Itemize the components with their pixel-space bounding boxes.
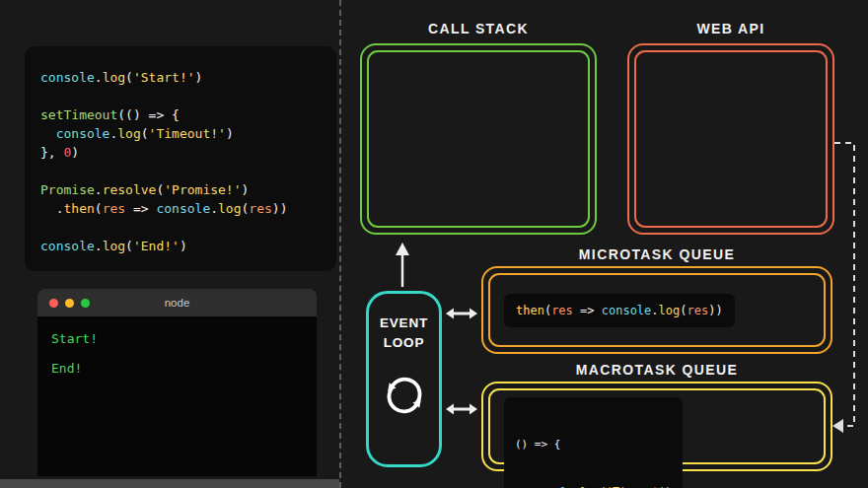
loop-cycle-icon [378,369,431,422]
terminal-window: node Start! End! [37,289,317,476]
bottom-edge-strip [0,479,339,488]
microtask-code-chip: then(res => console.log(res)) [504,294,735,327]
terminal-output: Start! End! [37,316,317,476]
event-loop-label-bottom: LOOP [384,333,424,353]
call-stack-box [360,43,597,235]
event-loop-label-top: EVENT [380,314,428,333]
code-line [40,87,336,105]
dashed-divider [339,0,341,488]
macrotask-code-chip: () => { console.log('Timeout') } [504,397,683,488]
macrotask-queue-inner: () => { console.log('Timeout') } [488,388,826,464]
web-api-inner [634,50,828,228]
call-stack-inner [367,50,590,228]
code-line: }, 0) [40,143,336,162]
microtask-queue-box: then(res => console.log(res)) [481,266,832,354]
microtask-queue-label: MICROTASK QUEUE [481,246,832,262]
code-line [40,218,336,237]
event-loop-microtask-double-arrow [444,305,479,322]
code-line: .then(res => console.log(res)) [40,199,336,218]
terminal-titlebar: node [37,289,317,316]
web-api-label: WEB API [627,21,834,36]
event-loop-macrotask-double-arrow [444,400,479,418]
call-stack-label: CALL STACK [360,21,597,36]
code-line: Promise.resolve('Promise!') [40,180,336,199]
macrotask-queue-label: MACROTASK QUEUE [481,362,832,378]
terminal-output-line: Start! [51,324,303,354]
event-loop-box: EVENT LOOP [366,291,442,467]
web-api-box [627,43,834,235]
macrotask-code-line: console.log('Timeout') [515,484,672,488]
code-line [40,162,336,180]
macrotask-queue-box: () => { console.log('Timeout') } [481,382,832,471]
code-editor-panel: console.log('Start!') setTimeout(() => {… [25,46,336,271]
terminal-output-line: End! [51,354,303,383]
terminal-title: node [37,289,317,316]
code-line: console.log('Start!') [40,68,336,87]
code-line: setTimeout(() => { [40,105,336,124]
code-line: console.log('Timeout!') [40,124,336,143]
event-loop-to-call-stack-arrow [391,240,414,289]
macrotask-code-line: () => { [515,437,672,453]
code-line: console.log('End!') [40,237,336,255]
microtask-queue-inner: then(res => console.log(res)) [488,273,826,347]
web-api-to-macrotask-dashed-connector [829,126,868,442]
